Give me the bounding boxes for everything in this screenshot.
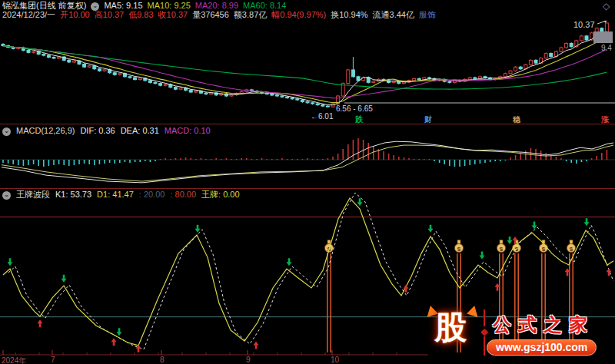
collapse-main-panel-icon[interactable]: ⌄ [91,2,99,11]
macd-panel-header: ⌄MACD(12,26,9)DIF: 0.36DEA: 0.31MACD: 0.… [2,126,221,136]
ma-value-label: MA10: 9.25 [148,1,191,10]
axis-month-label: 9 [246,356,251,364]
price-tag-box [593,31,613,43]
header-row-1: 锦泓集团(日线 前复权)⌄MA5: 9.15MA10: 9.25MA20: 8.… [2,1,295,11]
watermark-logo: 股 [434,310,467,346]
wave-header-item: D1: 41.47 [97,190,134,199]
watermark-url[interactable]: www.gszj100.com [487,339,597,356]
stock-chart-app: $$$$$$ 锦泓集团(日线 前复权)⌄MA5: 9.15MA10: 9.25M… [0,0,615,364]
svg-text:$: $ [515,246,519,253]
diamond-icon: ◆ [478,326,490,336]
wave-header-item: : 80.00 [170,190,196,199]
collapse-macd-panel-icon[interactable]: ⌄ [2,127,11,136]
stat-item: 幅0.94(9.97%) [271,10,326,19]
ma-value-label: MA60: 8.14 [243,1,286,10]
wave-panel-header: ⌄王牌波段K1: 53.73D1: 41.47: 20.00: 80.00王牌:… [2,190,251,200]
svg-text:$: $ [457,246,461,253]
axis-month-label: 2024年 [2,356,26,364]
high-price-annotation: 10.37 [573,20,595,29]
panel-divider [0,124,615,124]
stat-item: 流通3.44亿 [373,10,414,19]
svg-text:$: $ [542,246,546,253]
stat-item: 换10.94% [331,10,367,19]
stat-item: 额3.87亿 [234,10,267,19]
collapse-wave-panel-icon[interactable]: ⌄ [2,191,11,200]
stat-item: 服饰 [419,10,436,19]
panel-divider [0,188,615,189]
axis-month-label: 7 [51,356,55,364]
svg-text:$: $ [570,246,573,253]
stock-title: 锦泓集团(日线 前复权) [2,1,86,10]
wave-header-item: 王牌: 0.00 [201,190,240,199]
macd-header-item: DIF: 0.36 [80,126,115,135]
axis-month-label: 10 [331,356,339,364]
stat-item: 低9.83 [128,10,153,19]
ma-value-label: MA20: 8.99 [195,1,238,10]
wave-header-item: : 20.00 [139,190,165,199]
macd-header-item: MACD(12,26,9) [16,126,75,135]
daily-stats: 开10.00高10.37低9.83收10.37量376456额3.87亿幅0.9… [60,10,440,19]
axis-month-label: 8 [160,356,165,364]
bull-horn-right-icon [467,306,480,317]
stat-item: 量376456 [192,10,229,19]
svg-text:$: $ [500,246,504,253]
watermark: 股 ◆ 公式之家 www.gszj100.com [419,306,613,362]
stat-item: 开10.00 [60,10,90,19]
macd-header-item: MACD: 0.10 [165,126,211,135]
gap-range-annotation: 6.56 - 6.65 [336,104,373,113]
stat-item: 收10.37 [158,10,188,19]
watermark-site-name: 公式之家 [493,315,594,335]
ma-values: MA5: 9.15MA10: 9.25MA20: 8.99MA60: 8.14 [104,1,291,10]
diamond-marker-icon[interactable]: ◇ [603,1,610,12]
header-row-2: 2024/12/23/一开10.00高10.37低9.83收10.37量3764… [2,10,445,19]
ma-value-label: MA5: 9.15 [104,1,142,10]
low-price-annotation: ←6.01 [311,112,333,121]
wave-header-item: 王牌波段 [16,190,50,199]
right-edge-price-label: 9.4 [601,44,612,52]
date-label: 2024/12/23/一 [2,10,55,19]
stat-item: 高10.37 [95,10,125,19]
wave-header-item: K1: 53.73 [55,190,91,199]
macd-header-item: DEA: 0.31 [121,126,159,135]
